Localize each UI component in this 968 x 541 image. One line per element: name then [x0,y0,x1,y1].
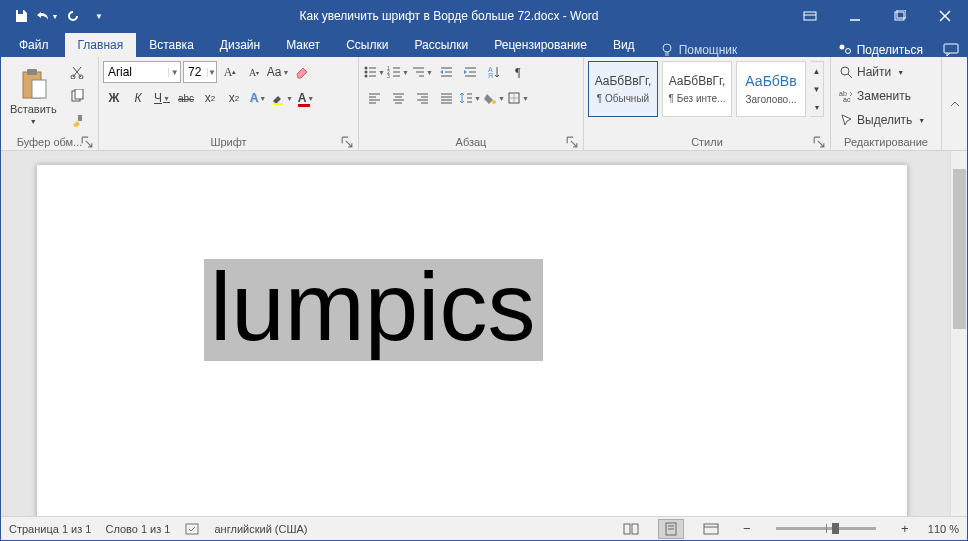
maximize-button[interactable] [877,1,922,31]
read-mode-button[interactable] [618,519,644,539]
shrink-font-button[interactable]: A▾ [243,61,265,83]
svg-point-10 [839,45,844,50]
tab-design[interactable]: Дизайн [207,33,273,57]
ribbon-display-icon[interactable] [787,1,832,31]
numbering-button[interactable]: 123▼ [387,61,409,83]
expand-icon[interactable]: ▾ [810,98,823,116]
language-status[interactable]: английский (США) [215,523,308,535]
chevron-down-icon[interactable]: ▼ [810,80,823,98]
style-heading1[interactable]: АаБбВвЗаголово... [736,61,806,117]
format-painter-button[interactable] [66,109,88,131]
multilevel-button[interactable]: ▼ [411,61,433,83]
dialog-launcher-icon[interactable] [341,136,353,148]
font-color-button[interactable]: A▼ [295,87,317,109]
dialog-launcher-icon[interactable] [81,136,93,148]
save-icon[interactable] [9,4,33,28]
text-effects-button[interactable]: A▼ [247,87,269,109]
shading-button[interactable]: ▼ [483,87,505,109]
subscript-button[interactable]: x2 [199,87,221,109]
font-size-input[interactable] [184,65,207,79]
print-layout-button[interactable] [658,519,684,539]
document-area[interactable]: lumpics [1,151,967,516]
vertical-scrollbar[interactable] [950,151,967,516]
svg-point-11 [845,49,850,54]
clear-format-button[interactable] [291,61,313,83]
svg-rect-20 [78,115,82,121]
tab-view[interactable]: Вид [600,33,648,57]
web-layout-button[interactable] [698,519,724,539]
style-nointerval[interactable]: АаБбВвГг,¶ Без инте... [662,61,732,117]
font-name-input[interactable] [104,65,168,79]
minimize-button[interactable] [832,1,877,31]
bold-button[interactable]: Ж [103,87,125,109]
dialog-launcher-icon[interactable] [813,136,825,148]
tab-review[interactable]: Рецензирование [481,33,600,57]
styles-gallery-more[interactable]: ▲▼▾ [810,61,824,117]
line-spacing-button[interactable]: ▼ [459,87,481,109]
svg-rect-73 [632,524,638,534]
strike-button[interactable]: abc [175,87,197,109]
svg-rect-14 [27,69,37,75]
grow-font-button[interactable]: A▴ [219,61,241,83]
scrollbar-thumb[interactable] [953,169,966,329]
highlight-button[interactable]: ▼ [271,87,293,109]
chevron-up-icon[interactable]: ▲ [810,62,823,80]
page-status[interactable]: Страница 1 из 1 [9,523,91,535]
find-button[interactable]: Найти▼ [835,61,937,83]
document-page[interactable]: lumpics [37,165,907,516]
style-normal[interactable]: АаБбВвГг,¶ Обычный [588,61,658,117]
title-bar: ▼ ▼ Как увеличить шрифт в Ворде больше 7… [1,1,967,31]
align-right-button[interactable] [411,87,433,109]
align-center-button[interactable] [387,87,409,109]
bullets-button[interactable]: ▼ [363,61,385,83]
comments-button[interactable] [935,43,967,57]
zoom-slider[interactable] [776,527,876,530]
zoom-slider-knob[interactable] [832,523,839,534]
replace-button[interactable]: abacЗаменить [835,85,937,107]
borders-button[interactable]: ▼ [507,87,529,109]
font-size-combo[interactable]: ▼ [183,61,217,83]
increase-indent-button[interactable] [459,61,481,83]
tab-home[interactable]: Главная [65,33,137,57]
qat-customize-icon[interactable]: ▼ [87,4,111,28]
dialog-launcher-icon[interactable] [566,136,578,148]
tell-me-input[interactable]: Помощник [648,43,750,57]
selected-text[interactable]: lumpics [204,259,543,361]
tab-references[interactable]: Ссылки [333,33,401,57]
font-name-combo[interactable]: ▼ [103,61,181,83]
tab-mailings[interactable]: Рассылки [401,33,481,57]
italic-button[interactable]: К [127,87,149,109]
select-button[interactable]: Выделить▼ [835,109,937,131]
align-left-icon [367,91,381,105]
sort-button[interactable]: AЯ [483,61,505,83]
close-button[interactable] [922,1,967,31]
print-layout-icon [664,522,678,536]
undo-icon[interactable]: ▼ [35,4,59,28]
show-marks-button[interactable]: ¶ [507,61,529,83]
tab-file[interactable]: Файл [3,33,65,57]
svg-text:ac: ac [843,96,851,103]
indent-icon [463,65,477,79]
zoom-level[interactable]: 110 % [928,523,959,535]
underline-button[interactable]: Ч▼ [151,87,173,109]
paste-button[interactable]: Вставить ▼ [5,61,62,131]
chevron-down-icon[interactable]: ▼ [207,68,216,77]
align-justify-button[interactable] [435,87,457,109]
share-button[interactable]: Поделиться [826,43,935,57]
align-left-button[interactable] [363,87,385,109]
copy-button[interactable] [66,85,88,107]
collapse-ribbon-button[interactable] [941,57,967,150]
tab-insert[interactable]: Вставка [136,33,207,57]
svg-rect-12 [944,44,958,53]
decrease-indent-button[interactable] [435,61,457,83]
proofing-icon[interactable] [185,522,201,536]
chevron-down-icon[interactable]: ▼ [168,68,180,77]
redo-icon[interactable] [61,4,85,28]
tab-layout[interactable]: Макет [273,33,333,57]
word-count[interactable]: Слово 1 из 1 [105,523,170,535]
superscript-button[interactable]: x2 [223,87,245,109]
cut-button[interactable] [66,61,88,83]
change-case-button[interactable]: Aa▼ [267,61,289,83]
zoom-in-button[interactable]: + [896,521,914,536]
zoom-out-button[interactable]: − [738,521,756,536]
